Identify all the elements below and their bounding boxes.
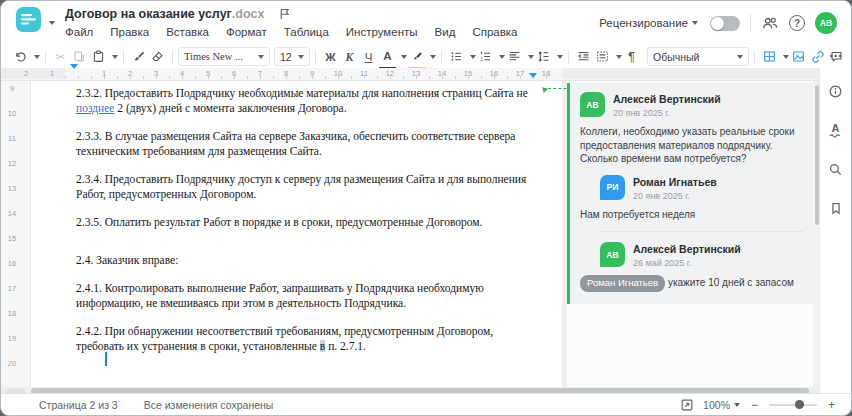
mention-chip[interactable]: Роман Игнатьев [580, 275, 665, 292]
review-mode-dropdown[interactable]: Рецензирование [599, 17, 698, 29]
ruler-number: 17 [3, 282, 21, 307]
comment-item[interactable]: АВ Алексей Вертинский 20 янв 2025 г. Кол… [580, 92, 803, 166]
brush-icon [132, 50, 145, 63]
align-button[interactable] [505, 47, 524, 67]
formatting-marks-button[interactable]: ¶ [622, 47, 641, 67]
logo-caret-down-icon[interactable] [49, 21, 55, 28]
insert-link-button[interactable] [808, 47, 827, 67]
bold-button[interactable]: Ж [321, 47, 340, 67]
ruler-number: 14 [429, 69, 455, 79]
paragraph-style-value: Обычный [653, 51, 733, 63]
toolbar: ✂ Times New ... [1, 45, 851, 68]
help-button[interactable]: ? [789, 15, 805, 31]
user-avatar[interactable]: АВ [815, 12, 837, 34]
paragraph-settings-button[interactable] [593, 47, 612, 67]
paste-caret-down-icon[interactable] [112, 55, 118, 62]
vertical-ruler[interactable]: 91011121314151617181920 [1, 81, 31, 387]
decrease-indent-button[interactable] [574, 47, 593, 67]
font-size-select[interactable]: 12 [274, 47, 310, 66]
paragraph-2-4-1[interactable]: 2.4.1. Контролировать выполнение Работ, … [76, 281, 536, 311]
zoom-select[interactable]: 100% [703, 399, 740, 411]
avatar-initials: АВ [820, 18, 832, 28]
comment-avatar: РИ [600, 175, 625, 200]
comment-avatar: АВ [580, 92, 605, 117]
zoom-out-button[interactable]: − [749, 398, 760, 412]
zoom-slider-knob[interactable] [795, 400, 804, 409]
insert-image-button[interactable] [789, 47, 808, 67]
scissors-icon: ✂ [56, 50, 66, 64]
ruler-number: 2 [13, 69, 39, 79]
menu-item[interactable]: Справка [472, 26, 517, 38]
ruler-number: 9 [299, 69, 325, 79]
menu-item[interactable]: Файл [65, 26, 93, 38]
right-sidebar: А [819, 68, 851, 395]
comments-panel: АВ Алексей Вертинский 20 янв 2025 г. Кол… [567, 81, 813, 387]
menu-item[interactable]: Формат [226, 26, 267, 38]
decrease-indent-icon [577, 50, 590, 63]
paragraph-2-3-2[interactable]: 2.3.2. Предоставить Подрядчику необходим… [76, 86, 536, 116]
font-name-select[interactable]: Times New ... [178, 47, 270, 66]
review-toggle[interactable] [710, 16, 740, 31]
format-painter-button[interactable] [129, 47, 148, 67]
menu-item[interactable]: Правка [110, 26, 149, 38]
flag-button[interactable] [278, 7, 291, 21]
zoom-in-button[interactable]: + [826, 398, 837, 412]
align-left-icon [508, 50, 521, 63]
search-icon [828, 162, 843, 177]
menu-item[interactable]: Вставка [166, 26, 209, 38]
undo-caret-down-icon[interactable] [34, 55, 40, 62]
highlight-caret-down-icon[interactable] [430, 55, 436, 62]
spellcheck-button[interactable]: А [829, 123, 843, 138]
numbered-list-button[interactable] [476, 47, 495, 67]
page-indicator[interactable]: Страница 2 из 3 [39, 399, 118, 411]
clear-formatting-button[interactable] [148, 47, 167, 67]
paragraph-2-3-5[interactable]: 2.3.5. Оплатить результат Работ в порядк… [76, 215, 536, 230]
paragraph-2-4[interactable]: 2.4. Заказчик вправе: [76, 253, 536, 268]
ruler-number: 16 [481, 69, 507, 79]
search-button[interactable] [828, 162, 843, 177]
bookmark-button[interactable] [829, 201, 843, 216]
paragraph-style-select[interactable]: Обычный [647, 47, 749, 66]
underline-button[interactable]: Ч [359, 47, 378, 67]
paragraph-2-3-3[interactable]: 2.3.3. В случае размещения Сайта на серв… [76, 129, 536, 159]
document-text: 2.3.2. Предоставить Подрядчику необходим… [76, 86, 536, 367]
highlight-button[interactable] [407, 47, 426, 67]
highlighter-icon [411, 51, 423, 63]
insert-table-button[interactable] [760, 47, 779, 67]
comment-thread[interactable]: АВ Алексей Вертинский 20 янв 2025 г. Кол… [567, 83, 813, 304]
zoom-value: 100% [703, 399, 730, 411]
tracked-insertion[interactable]: позднее [76, 102, 114, 114]
undo-button[interactable] [11, 47, 30, 67]
text-cursor [105, 352, 107, 366]
paragraph-2-4-2[interactable]: 2.4.2. При обнаружении несоответствий тр… [76, 324, 536, 354]
cut-button: ✂ [51, 47, 70, 67]
ruler-numbers: 21123456789101112131415161718 [13, 69, 559, 79]
comment-reply[interactable]: АВ Алексей Вертинский 26 май 2025 г. Ром… [580, 242, 803, 292]
toolbar-more-button[interactable]: ⋯ [829, 48, 843, 63]
menu-item[interactable]: Таблица [284, 26, 329, 38]
document-page[interactable]: 2.3.2. Предоставить Подрядчику необходим… [31, 81, 562, 387]
zoom-slider[interactable] [769, 404, 817, 406]
bullet-list-button[interactable] [447, 47, 466, 67]
numbered-list-icon [479, 50, 492, 63]
ruler-number: 6 [221, 69, 247, 79]
menu-item[interactable]: Инструменты [346, 26, 418, 38]
link-icon [811, 50, 825, 64]
p242-text: 2.4.2. При обнаружении несоответствий тр… [76, 325, 493, 352]
paste-button[interactable] [89, 47, 108, 67]
menu-item[interactable]: Вид [435, 26, 456, 38]
font-color-button[interactable]: А [378, 47, 397, 67]
horizontal-ruler[interactable]: 21123456789101112131415161718 [1, 68, 821, 81]
fit-width-button[interactable] [680, 398, 694, 412]
line-spacing-caret-down-icon[interactable] [557, 55, 563, 62]
comment-reply[interactable]: РИ Роман Игнатьев 20 янв 2025 г. Нам пот… [580, 175, 803, 222]
italic-button[interactable]: К [340, 47, 359, 67]
ruler-number: 3 [143, 69, 169, 79]
ruler-number: 14 [3, 207, 21, 232]
line-spacing-button[interactable] [534, 47, 553, 67]
info-button[interactable] [828, 84, 843, 99]
app-logo-button[interactable] [16, 7, 41, 32]
menu-bar: ФайлПравкаВставкаФорматТаблицаИнструмент… [65, 26, 518, 38]
collaboration-button[interactable] [761, 15, 779, 31]
paragraph-2-3-4[interactable]: 2.3.4. Предоставить Подрядчику доступ к … [76, 172, 536, 202]
